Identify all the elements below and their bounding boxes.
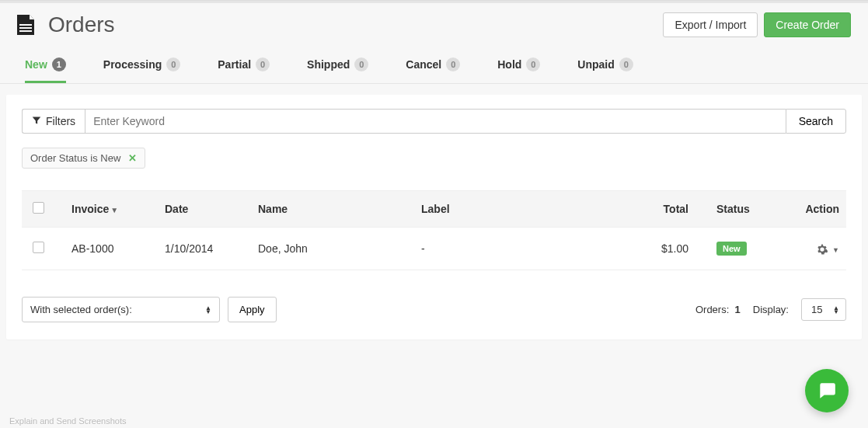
tab-label: Unpaid [577, 58, 614, 71]
tab-count-badge: 0 [526, 57, 540, 71]
remove-filter-icon[interactable]: ✕ [128, 152, 137, 164]
cell-date: 1/10/2014 [160, 239, 253, 258]
header-invoice[interactable]: Invoice▼ [67, 200, 160, 218]
footer-line1: Explain and Send Screenshots [9, 416, 859, 427]
header-checkbox-cell [28, 199, 67, 219]
tab-label: Partial [218, 58, 251, 71]
row-checkbox[interactable] [33, 242, 44, 253]
tab-label: Shipped [307, 58, 350, 71]
header-label[interactable]: Label [417, 200, 619, 218]
select-caret-icon: ▲▼ [833, 306, 839, 314]
tab-processing[interactable]: Processing 0 [103, 57, 180, 83]
orders-table: Invoice▼ Date Name Label Total Status Ac… [22, 190, 846, 270]
display-label: Display: [753, 304, 789, 315]
main-panel: Filters Search Order Status is New ✕ Inv… [6, 95, 862, 339]
cell-status: New [712, 238, 790, 259]
filter-chip-label: Order Status is New [30, 152, 120, 164]
tab-label: Hold [497, 58, 521, 71]
create-order-button[interactable]: Create Order [764, 12, 851, 37]
active-filter-chip: Order Status is New ✕ [22, 148, 145, 169]
select-caret-icon: ▲▼ [205, 306, 211, 314]
chevron-down-icon: ▼ [832, 246, 839, 254]
row-actions-button[interactable]: ▼ [817, 242, 839, 255]
tab-label: Processing [103, 58, 162, 71]
header-status[interactable]: Status [712, 200, 790, 218]
bulk-action-select[interactable]: With selected order(s): ▲▼ [22, 297, 220, 322]
cell-total: $1.00 [619, 239, 712, 258]
tab-hold[interactable]: Hold 0 [497, 57, 540, 83]
cell-action: ▼ [790, 239, 844, 258]
document-icon [17, 15, 34, 35]
search-bar: Filters Search [22, 109, 846, 134]
select-all-checkbox[interactable] [33, 202, 44, 214]
status-badge: New [716, 242, 747, 256]
page-title: Orders [48, 12, 115, 37]
header-action: Action [790, 200, 844, 218]
tab-new[interactable]: New 1 [25, 57, 66, 83]
tab-partial[interactable]: Partial 0 [218, 57, 270, 83]
tab-count-badge: 1 [52, 57, 66, 71]
header-total[interactable]: Total [619, 200, 712, 218]
bulk-select-label: With selected order(s): [30, 304, 132, 315]
header-name[interactable]: Name [253, 200, 417, 218]
tab-count-badge: 0 [619, 57, 633, 71]
cell-label: - [417, 239, 619, 258]
orders-count-label: Orders: [695, 304, 729, 315]
filters-label: Filters [46, 115, 75, 127]
export-import-button[interactable]: Export / Import [663, 12, 758, 37]
tab-count-badge: 0 [446, 57, 460, 71]
tab-shipped[interactable]: Shipped 0 [307, 57, 368, 83]
table-footer: With selected order(s): ▲▼ Apply Orders:… [22, 297, 846, 322]
search-button[interactable]: Search [786, 109, 846, 134]
cell-invoice: AB-1000 [67, 239, 160, 258]
table-header: Invoice▼ Date Name Label Total Status Ac… [22, 190, 846, 228]
tab-label: Cancel [406, 58, 441, 71]
chat-bubble-icon [817, 380, 837, 402]
chat-widget-button[interactable] [805, 369, 849, 412]
page-footer: Explain and Send Screenshots https://716… [0, 346, 868, 428]
table-row: AB-1000 1/10/2014 Doe, John - $1.00 New … [22, 228, 846, 270]
tab-count-badge: 0 [166, 57, 180, 71]
tab-count-badge: 0 [354, 57, 368, 71]
tab-cancel[interactable]: Cancel 0 [406, 57, 460, 83]
header-date[interactable]: Date [160, 200, 253, 218]
tab-count-badge: 0 [256, 57, 270, 71]
row-checkbox-cell [28, 238, 67, 259]
filters-button[interactable]: Filters [22, 109, 85, 134]
cell-name: Doe, John [253, 239, 417, 258]
sort-desc-icon: ▼ [110, 206, 118, 214]
apply-button[interactable]: Apply [228, 297, 277, 322]
filter-icon [32, 115, 41, 127]
tab-unpaid[interactable]: Unpaid 0 [577, 57, 633, 83]
display-value: 15 [811, 304, 822, 315]
display-count-select[interactable]: 15 ▲▼ [801, 298, 846, 321]
keyword-input[interactable] [85, 109, 786, 134]
orders-count-value: 1 [735, 304, 741, 315]
status-tabs: New 1 Processing 0 Partial 0 Shipped 0 C… [0, 43, 868, 84]
tab-label: New [25, 58, 47, 71]
page-header: Orders Export / Import Create Order [0, 3, 868, 43]
